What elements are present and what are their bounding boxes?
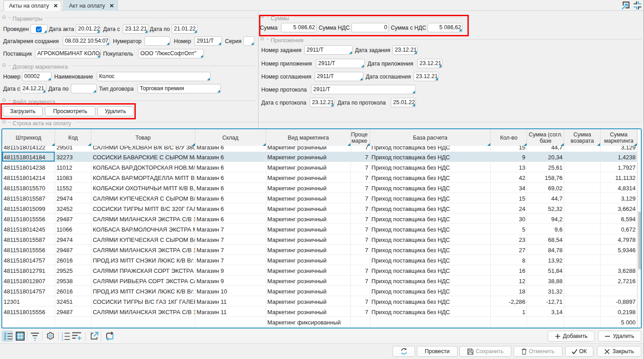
svg-text:1: 1 [61,332,63,335]
svg-text:3: 3 [61,338,63,341]
svg-text:2: 2 [61,335,63,338]
